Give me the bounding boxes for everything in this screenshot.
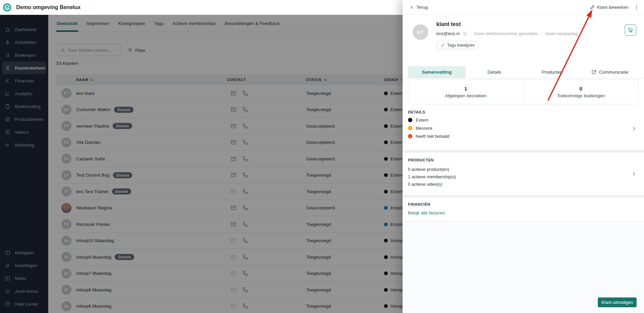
stat-label: Afgelopen bezoeken xyxy=(445,93,487,98)
back-button[interactable]: Terug xyxy=(409,5,428,10)
finance-section: FINANCIËN Bekijk alle facturen xyxy=(403,198,644,221)
detail-text: blessure xyxy=(416,126,432,131)
modal-overlay xyxy=(0,15,403,313)
customer-email: test@test.nl xyxy=(436,31,460,36)
detail-item: blessure xyxy=(408,126,449,131)
pencil-icon xyxy=(590,5,595,10)
drawer-tab-label: Details xyxy=(488,70,501,75)
section-divider xyxy=(403,195,644,198)
stat-label: Toekomstige boekingen xyxy=(557,93,605,98)
detail-text: Extern xyxy=(416,118,429,123)
edit-customer-button[interactable]: Klant bewerken xyxy=(590,5,628,10)
customer-avatar-large: KT xyxy=(413,24,428,40)
products-title: PRODUCTEN xyxy=(408,158,434,162)
drawer-tab[interactable]: Details xyxy=(466,66,523,78)
birthday-placeholder: Geen verjaardag xyxy=(545,31,578,36)
drawer-tab[interactable]: Samenvatting xyxy=(408,66,466,78)
drawer-tab[interactable]: Producten xyxy=(523,66,581,78)
view-invoices-link[interactable]: Bekijk alle facturen xyxy=(408,210,445,215)
chevron-left-icon xyxy=(409,5,414,10)
product-line: 0 actieve video(s) xyxy=(408,182,456,187)
drawer-tab-label: Samenvatting xyxy=(422,70,452,75)
drawer-tab-label: Producten xyxy=(542,70,563,75)
copy-icon[interactable] xyxy=(463,32,467,36)
products-section: PRODUCTEN 0 actieve product(en) 1 actiev… xyxy=(403,153,644,195)
app-logo-icon[interactable] xyxy=(3,3,11,12)
customer-drawer: Terug Klant bewerken KT klant test test@… xyxy=(403,0,644,313)
drawer-header-actions: Klant bewerken xyxy=(590,5,639,10)
invite-customer-button[interactable]: Klant uitnodigen xyxy=(598,297,637,307)
assign-tags-label: Tags toewijzen xyxy=(447,43,475,48)
kebab-menu-icon[interactable] xyxy=(634,5,639,10)
stat-value: 0 xyxy=(580,86,582,92)
details-section: DETAILS Extern blessure heeft xyxy=(403,107,644,150)
drawer-tab-bar: Samenvatting Details Producten Communica… xyxy=(403,66,644,78)
details-title: DETAILS xyxy=(408,110,425,114)
pencil-icon xyxy=(441,43,445,47)
detail-item: heeft niet betaald xyxy=(408,134,449,139)
product-line: 0 actieve product(en) xyxy=(408,167,456,172)
customer-contact-line: test@test.nl Geen telefoonnummer gevonde… xyxy=(436,31,578,36)
detail-indicator-icon xyxy=(408,134,412,138)
finance-title: FINANCIËN xyxy=(408,202,430,206)
drawer-tab[interactable]: Communicatie xyxy=(581,66,639,78)
drawer-header: Terug Klant bewerken xyxy=(403,0,644,15)
customer-name-title: klant test xyxy=(436,21,461,27)
products-chevron-icon[interactable] xyxy=(631,171,637,177)
divider xyxy=(541,31,542,36)
product-lines: 0 actieve product(en) 1 actieve membersh… xyxy=(408,167,456,187)
cart-button[interactable] xyxy=(625,24,636,36)
detail-indicator-icon xyxy=(408,126,412,130)
stat-cell: 1 Afgelopen bezoeken xyxy=(408,80,523,104)
tab-icon xyxy=(591,70,596,75)
details-chevron-icon[interactable] xyxy=(631,126,637,131)
app-title: Demo omgeving Benelux xyxy=(16,4,81,10)
drawer-tab-label: Communicatie xyxy=(599,70,628,75)
cart-icon xyxy=(627,27,634,33)
back-label: Terug xyxy=(416,5,428,10)
stats-card: 1 Afgelopen bezoeken 0 Toekomstige boeki… xyxy=(408,79,639,104)
detail-indicator-icon xyxy=(408,118,412,122)
assign-tags-button[interactable]: Tags toewijzen xyxy=(436,41,479,49)
detail-text: heeft niet betaald xyxy=(416,134,449,139)
divider xyxy=(470,31,471,36)
stat-value: 1 xyxy=(464,86,467,92)
edit-customer-label: Klant bewerken xyxy=(597,5,628,10)
customer-profile: KT klant test test@test.nl Geen telefoon… xyxy=(403,15,644,66)
section-divider xyxy=(403,150,644,153)
phone-placeholder: Geen telefoonnummer gevonden xyxy=(474,31,538,36)
detail-item: Extern xyxy=(408,118,449,123)
product-line: 1 actieve membership(s) xyxy=(408,174,456,179)
app-root: Demo omgeving Benelux Dashboard Activite… xyxy=(0,0,644,313)
stat-cell: 0 Toekomstige boekingen xyxy=(523,80,639,104)
details-items: Extern blessure heeft niet betaald xyxy=(408,118,449,139)
